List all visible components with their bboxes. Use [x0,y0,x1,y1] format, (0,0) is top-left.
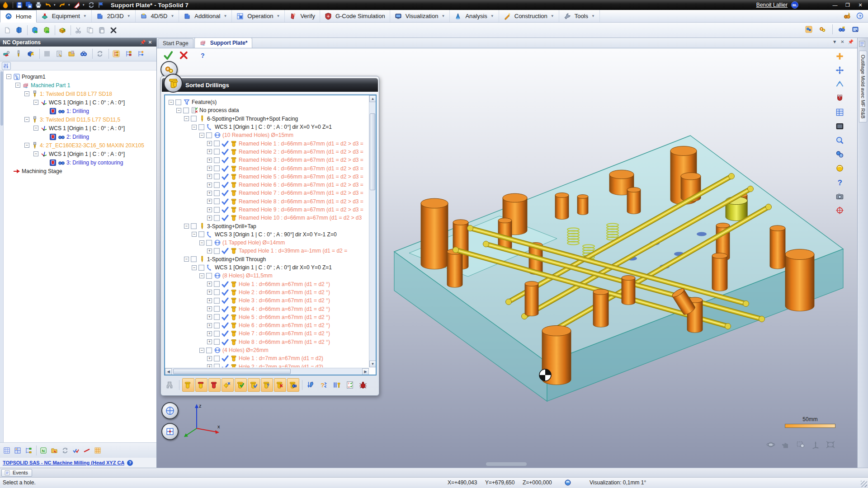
camera-button[interactable] [835,191,845,201]
tree-row[interactable]: +Hole 7 : d=66mm a=67mm (d1 = d2 °) [166,329,368,338]
tree-row[interactable]: +Hole 2 : d=7mm a=67mm (d1 = d2) [166,363,368,368]
cancel-icon[interactable] [179,50,189,60]
tree-b-button[interactable] [135,48,147,60]
red-dash-button[interactable] [82,445,93,456]
expand-plus-icon[interactable]: + [207,339,212,344]
row-checkbox[interactable] [214,198,220,204]
events-button[interactable]: Events [1,469,32,477]
fit-view-button[interactable] [826,440,836,450]
dropdown-arrow-icon[interactable]: ▾ [54,3,57,7]
menu-dropdown-icon[interactable]: ▼ [591,14,595,18]
grid-orange-button[interactable] [93,445,104,456]
expand-minus-icon[interactable]: − [199,240,204,245]
save-all-button[interactable] [25,1,33,9]
goggles-arrow-button[interactable] [836,23,848,35]
tree-row[interactable]: 1: Drilling [5,107,156,115]
chat-orange-button[interactable] [803,23,815,35]
row-checkbox[interactable] [214,174,220,179]
expand-minus-icon[interactable]: − [24,143,29,148]
expand-minus-icon[interactable]: − [199,348,204,353]
tree-row[interactable]: +Reamed Hole 9 : d=66mm a=67mm (d1 = d2 … [166,206,368,214]
pin-icon[interactable]: 📌 [139,39,146,46]
axes-nav-button[interactable] [811,440,821,450]
tree-row[interactable]: +Hole 6 : d=66mm a=67mm (d1 = d2 °) [166,321,368,329]
measure-button[interactable] [73,1,81,9]
row-checkbox[interactable] [214,149,220,155]
tree-row[interactable]: +Reamed Hole 7 : d=66mm a=67mm (d1 = d2 … [166,189,368,197]
tab-pin-icon[interactable]: 📌 [848,39,854,44]
tab-start-page[interactable]: Start Page [158,38,193,48]
tree-row[interactable]: +Hole 4 : d=66mm a=67mm (d1 = d2 °) [166,305,368,313]
help-circle-button[interactable]: ? [855,11,865,20]
expand-plus-icon[interactable]: + [207,356,212,361]
tree-row[interactable]: −WCS 1 [Origin 1 | C : 0° ; A : 0°] dir … [166,123,368,131]
pan-hand-button[interactable] [781,440,792,450]
orbit-button[interactable] [766,440,777,450]
tree-row[interactable]: +Hole 1 : d=7mm a=67mm (d1 = d2) [166,354,368,362]
paste-button[interactable] [96,24,108,36]
hole-redtop-button[interactable] [195,378,208,392]
tree-row[interactable]: −WCS 3 [Origin 1 | C : 0° ; A : 90°] dir… [166,230,368,239]
process-list-button[interactable]: TU [344,378,357,392]
menu-tab-analysis[interactable]: Analysis▼ [450,10,499,22]
tree-scrollbar[interactable] [0,70,4,442]
row-checkbox[interactable] [214,248,220,254]
tree-row[interactable]: +Reamed Hole 4 : d=66mm a=67mm (d1 = d2 … [166,164,368,172]
expand-plus-icon[interactable]: + [207,306,212,311]
row-checkbox[interactable] [206,132,212,138]
tree-row[interactable]: Machining Stage [5,167,156,175]
dropdown-arrow-icon[interactable]: ▾ [68,3,72,7]
row-checkbox[interactable] [191,256,197,262]
row-checkbox[interactable] [214,281,220,287]
tree-row[interactable]: −No process data [166,106,368,114]
user-avatar[interactable]: BL [791,1,798,9]
tree-row[interactable]: +Reamed Hole 8 : d=66mm a=67mm (d1 = d2 … [166,197,368,206]
import-box-button[interactable] [57,24,69,36]
tree-row[interactable]: −1: Twisted Drill D18 L77 SD18 [5,89,156,98]
view-quality-icon[interactable] [564,479,571,486]
viewport-scrollbar-stub[interactable] [486,462,527,466]
n-green-button[interactable]: N [38,445,49,456]
restore-button[interactable]: ❐ [842,1,854,9]
menu-dropdown-icon[interactable]: ▼ [276,14,280,18]
delete-x-button[interactable] [108,24,120,36]
expand-minus-icon[interactable]: − [33,100,38,105]
expand-minus-icon[interactable]: − [15,83,20,88]
row-checkbox[interactable] [214,339,220,345]
expand-plus-icon[interactable]: + [207,191,212,196]
refresh-button[interactable] [88,1,96,9]
refresh-button[interactable] [94,48,107,60]
user-account-link[interactable]: Benoit Lallier [756,2,788,8]
origin-target-button[interactable] [835,205,845,215]
folder-red-button[interactable] [49,445,60,456]
tree-row[interactable]: −6-Spotting+Drill Through+Spot Facing [166,115,368,123]
row-checkbox[interactable] [214,314,220,320]
expand-minus-icon[interactable]: − [33,126,38,131]
tree-row[interactable]: +Hole 8 : d=66mm a=67mm (d1 = d2 °) [166,338,368,346]
folder-tools-button[interactable]: S [66,48,78,60]
printer-button[interactable] [42,48,54,60]
menu-tab-2d-3d[interactable]: 2D/3D▼ [92,10,136,22]
menu-tab-construction[interactable]: Construction▼ [499,10,559,22]
tree-a-button[interactable] [123,48,135,60]
hole-plain-button[interactable] [182,378,194,392]
menu-dropdown-icon[interactable]: ▼ [83,14,87,18]
menu-tab-g-code-simulation[interactable]: G-Code Simulation [320,10,390,22]
spark-box-button[interactable] [25,48,38,60]
expand-plus-icon[interactable]: + [207,290,212,295]
tree-row[interactable]: −(10 Reamed Holes) Ø=15mm [166,131,368,139]
tree-row[interactable]: −3: Twisted Drill D11,5 L77 SD11,5 [5,115,156,124]
expand-minus-icon[interactable]: − [33,151,38,156]
undo-button[interactable] [44,1,52,9]
new-doc-button[interactable] [2,24,14,36]
row-checkbox[interactable] [214,298,220,304]
hole-find-button[interactable] [287,378,299,392]
machine-help-icon[interactable]: ? [127,460,133,466]
expand-plus-icon[interactable]: + [207,166,212,171]
cut-button[interactable] [73,24,85,36]
dock-tab-outillage[interactable]: Outillage Mold avec MF R&B [859,51,867,122]
expand-minus-icon[interactable]: − [199,133,204,138]
flag-button[interactable] [97,1,105,9]
help-q-button[interactable]: ? [835,177,845,187]
zoom-lens-button[interactable] [835,135,845,145]
